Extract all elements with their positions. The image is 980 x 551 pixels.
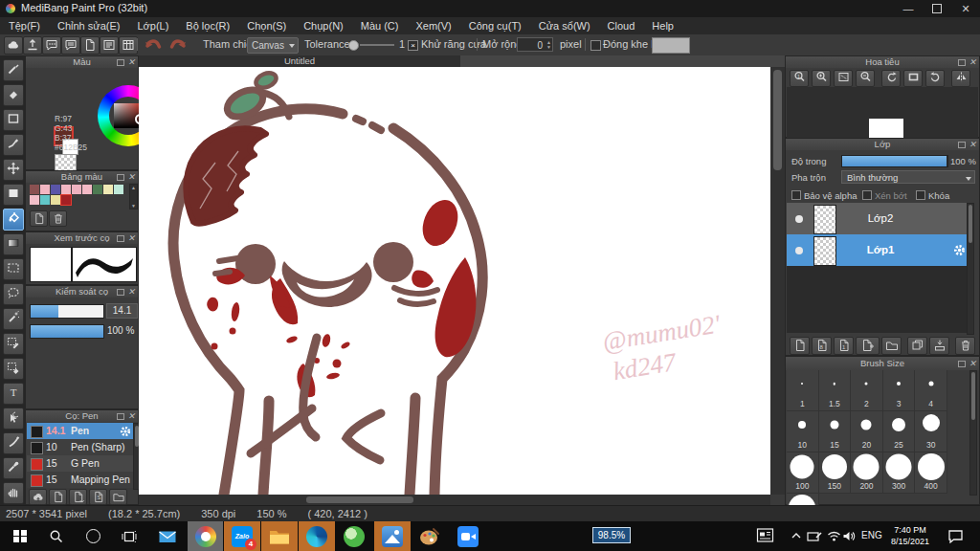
palette-swatch[interactable]: [103, 185, 113, 194]
tray-chevron-icon[interactable]: [791, 531, 802, 548]
document-icon[interactable]: [80, 36, 100, 55]
select-tool[interactable]: [3, 258, 24, 280]
duplicate-layer-icon[interactable]: [907, 337, 927, 355]
brush-size-slider[interactable]: [30, 304, 104, 319]
close-gap-swatch[interactable]: [652, 37, 690, 54]
menu-tep[interactable]: Tệp(F): [0, 20, 49, 32]
paint-taskbar-button[interactable]: [412, 521, 448, 551]
menu-chon[interactable]: Chọn(S): [238, 20, 295, 32]
taskbar-clock[interactable]: 7:40 PM 8/15/2021: [882, 524, 938, 547]
scroll-down-icon[interactable]: ▼: [130, 203, 137, 209]
fill-rect-tool[interactable]: [3, 184, 24, 206]
palette-swatch[interactable]: [72, 185, 81, 194]
close-icon[interactable]: ✕: [127, 56, 135, 68]
language-indicator[interactable]: ENG: [861, 530, 882, 540]
vertical-scrollbar[interactable]: [770, 67, 785, 495]
undo-icon[interactable]: [144, 37, 163, 53]
new-swatch-icon[interactable]: [30, 210, 48, 227]
popout-icon[interactable]: [117, 413, 124, 420]
palette-swatch[interactable]: [40, 185, 50, 194]
tolerance-slider-track[interactable]: [360, 44, 394, 46]
cloud-brush-icon[interactable]: [29, 489, 47, 505]
flip-horizontal-icon[interactable]: [951, 70, 970, 87]
brush-row[interactable]: 15 Mapping Pen: [27, 472, 134, 488]
select-pen-tool[interactable]: [3, 333, 24, 355]
popout-icon[interactable]: [117, 235, 124, 242]
document-tab[interactable]: Untitled: [139, 55, 460, 67]
menu-cong-cu[interactable]: Công cụ(T): [460, 20, 530, 32]
divide-tool[interactable]: [3, 432, 24, 454]
horizontal-scrollbar[interactable]: [139, 495, 770, 505]
spinner-arrows-icon[interactable]: ▲▼: [546, 40, 551, 50]
antialias-checkbox[interactable]: ×: [408, 40, 418, 51]
brush-tool[interactable]: [3, 59, 24, 81]
menu-mau[interactable]: Màu (C): [352, 20, 408, 32]
gear-icon[interactable]: [952, 243, 967, 260]
blend-dropdown[interactable]: Bình thường: [841, 170, 975, 184]
popout-icon[interactable]: [117, 174, 124, 181]
palette-swatch[interactable]: [61, 185, 71, 194]
brush-row[interactable]: 15 G Pen: [27, 455, 134, 472]
menu-chup[interactable]: Chụp(N): [295, 20, 352, 32]
merge-layer-icon[interactable]: [929, 337, 949, 355]
transparent-swatch[interactable]: [55, 154, 77, 171]
palette-swatch[interactable]: [82, 185, 92, 194]
taskbar-search-button[interactable]: [38, 521, 75, 551]
rotate-reset-icon[interactable]: [903, 70, 923, 87]
photos-taskbar-button[interactable]: [374, 521, 411, 551]
close-icon[interactable]: ✕: [127, 232, 135, 244]
chat-bubble-icon[interactable]: [42, 36, 61, 55]
popout-icon[interactable]: [958, 59, 966, 66]
canvas[interactable]: @mumu02' kd247: [139, 67, 770, 495]
eyedropper-tool[interactable]: [3, 457, 24, 479]
palette-swatch[interactable]: [51, 195, 60, 205]
speaker-icon[interactable]: [842, 530, 856, 547]
scroll-handle[interactable]: [773, 70, 782, 170]
gradient-tool[interactable]: [3, 233, 24, 255]
menu-help[interactable]: Help: [643, 20, 682, 32]
delete-layer-icon[interactable]: [955, 337, 975, 355]
brush-size-cell[interactable]: 300: [883, 452, 916, 494]
edge-taskbar-button[interactable]: [299, 521, 335, 551]
close-icon[interactable]: ✕: [127, 286, 135, 298]
palette-swatch[interactable]: [51, 185, 60, 194]
rotate-right-icon[interactable]: [925, 70, 945, 87]
navigator-thumbnail-area[interactable]: [787, 87, 978, 138]
operation-tool[interactable]: [3, 408, 24, 430]
brush-folder-icon[interactable]: [109, 489, 127, 505]
close-gap-checkbox[interactable]: [590, 40, 601, 51]
scroll-handle[interactable]: [971, 372, 975, 420]
menu-cloud[interactable]: Cloud: [599, 20, 644, 32]
script-brush-icon[interactable]: S: [89, 489, 107, 505]
brush-size-cell[interactable]: 3: [883, 370, 916, 411]
menu-lop[interactable]: Lớp(L): [128, 20, 177, 32]
wifi-icon[interactable]: [827, 530, 841, 547]
close-icon[interactable]: ✕: [969, 139, 976, 150]
move-tool[interactable]: [3, 159, 24, 181]
restore-button[interactable]: [923, 0, 951, 17]
new-brush-icon[interactable]: [49, 489, 67, 505]
upload-icon[interactable]: [23, 36, 42, 55]
brush-row[interactable]: 10 Pen (Sharp): [27, 439, 134, 455]
brush-size-cell[interactable]: 15: [819, 411, 852, 452]
select-eraser-tool[interactable]: [3, 358, 24, 380]
medibang-taskbar-button[interactable]: [188, 521, 223, 551]
palette-scrollbar[interactable]: ▲▼: [129, 184, 138, 209]
settings-list-icon[interactable]: [100, 36, 119, 55]
minimize-button[interactable]: —: [894, 0, 923, 17]
palette-swatch[interactable]: [40, 195, 50, 205]
close-button[interactable]: ✕: [951, 0, 980, 17]
action-center-icon[interactable]: [947, 529, 964, 546]
zoom-out-icon[interactable]: [856, 70, 875, 87]
new-brush-menu-icon[interactable]: [69, 489, 87, 505]
brush-opacity-slider[interactable]: [30, 324, 104, 339]
news-widget-icon[interactable]: [756, 527, 774, 544]
scroll-up-icon[interactable]: ▲: [130, 185, 137, 190]
zoom-taskbar-button[interactable]: [450, 521, 486, 551]
lock-checkbox[interactable]: Khóa: [916, 190, 949, 201]
close-icon[interactable]: ✕: [969, 357, 976, 370]
comment-icon[interactable]: [61, 36, 80, 55]
close-icon[interactable]: ✕: [969, 56, 976, 68]
start-button[interactable]: [2, 521, 38, 551]
dot-pen-tool[interactable]: [3, 134, 24, 156]
